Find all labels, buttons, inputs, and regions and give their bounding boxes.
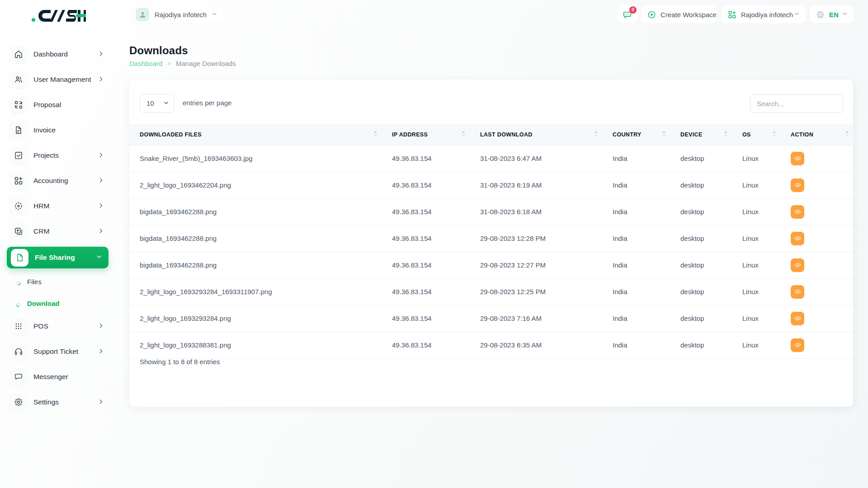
invoice-icon (9, 122, 27, 139)
grid-plus-icon (728, 10, 736, 19)
chevron-down-icon (212, 10, 217, 19)
column-last-download[interactable]: LAST DOWNLOAD (470, 124, 602, 145)
eye-icon (794, 208, 801, 215)
column-ip-address[interactable]: IP ADDRESS (382, 124, 470, 145)
cell-country: India (602, 225, 670, 252)
chevron-right-icon (98, 347, 104, 356)
sidebar-label: Dashboard (33, 50, 68, 58)
create-workspace-button[interactable]: Create Workspace (641, 5, 717, 23)
sidebar-subitem-download[interactable]: Download (0, 294, 115, 312)
view-download-button[interactable] (791, 338, 804, 352)
column-device[interactable]: DEVICE (670, 124, 732, 145)
chevron-right-icon (98, 322, 104, 330)
sidebar-item-settings[interactable]: Settings (5, 392, 110, 412)
sort-icon[interactable] (373, 130, 377, 139)
sidebar-label: Projects (33, 151, 59, 160)
cell-last-download: 31-08-2023 6:18 AM (470, 198, 602, 225)
page-title: Downloads (129, 44, 188, 57)
view-download-button[interactable] (791, 312, 804, 325)
column-country[interactable]: COUNTRY (602, 124, 670, 145)
view-download-button[interactable] (791, 178, 804, 192)
chevron-down-icon (163, 99, 169, 108)
sort-icon[interactable] (724, 130, 728, 139)
sidebar-item-invoice[interactable]: Invoice (5, 120, 110, 140)
copy-plus-icon (9, 223, 27, 240)
eye-icon (794, 262, 801, 268)
grid-plus-icon (9, 172, 27, 190)
column-os[interactable]: OS (732, 124, 780, 145)
gear-icon (9, 394, 27, 411)
breadcrumb: Dashboard > Manage Downloads (129, 60, 236, 67)
sort-icon[interactable] (462, 130, 466, 139)
sidebar-label: User Management (33, 75, 91, 84)
sidebar-item-file-sharing[interactable]: File Sharing (7, 247, 108, 268)
sort-icon[interactable] (594, 130, 598, 139)
chevron-down-icon (96, 253, 102, 262)
view-download-button[interactable] (791, 285, 804, 299)
user-workspace-tile[interactable]: Rajodiya infotech (133, 5, 224, 23)
cell-country: India (602, 198, 670, 225)
workspace-switcher[interactable]: Rajodiya infotech (722, 5, 806, 23)
cell-country: India (602, 252, 670, 278)
chat-notifications-button[interactable]: 0 (617, 5, 638, 23)
cell-last-download: 29-08-2023 7:16 AM (470, 305, 602, 332)
eye-icon (794, 182, 801, 188)
language-switcher[interactable]: EN (810, 5, 854, 23)
table-footer-summary: Showing 1 to 8 of 8 entries (140, 358, 220, 366)
sidebar-item-pos[interactable]: POS (5, 316, 110, 336)
cell-os: Linux (732, 172, 780, 198)
downloads-panel: 10 entries per page DOWNLOADED FILES (129, 80, 853, 407)
sort-icon[interactable] (845, 130, 849, 139)
cell-ip: 49.36.83.154 (382, 225, 470, 252)
sidebar-item-hrm[interactable]: HRM (5, 196, 110, 216)
cell-device: desktop (670, 252, 732, 278)
column-label: DEVICE (680, 131, 703, 138)
cell-device: desktop (670, 305, 732, 332)
table-row: 2_light_logo_1693288381.png 49.36.83.154… (129, 332, 853, 358)
eye-icon (794, 288, 801, 295)
sort-icon[interactable] (772, 130, 776, 139)
sidebar-item-support-ticket[interactable]: Support Ticket (5, 342, 110, 361)
breadcrumb-dashboard-link[interactable]: Dashboard (129, 60, 162, 67)
sidebar-item-user-management[interactable]: User Management (5, 70, 110, 89)
eye-icon (794, 315, 801, 322)
entries-per-page-label: entries per page (183, 99, 231, 107)
chevron-right-icon (98, 151, 104, 160)
chat-unread-badge: 0 (629, 6, 637, 14)
column-downloaded-files[interactable]: DOWNLOADED FILES (129, 124, 382, 145)
view-download-button[interactable] (791, 205, 804, 219)
column-label: ACTION (791, 131, 813, 138)
entries-per-page-select[interactable]: 10 (140, 94, 175, 113)
cell-action (780, 332, 853, 358)
cell-device: desktop (670, 278, 732, 305)
view-download-button[interactable] (791, 232, 804, 245)
search-input[interactable] (750, 94, 843, 113)
column-action[interactable]: ACTION (780, 124, 853, 145)
sidebar-item-crm[interactable]: CRM (5, 221, 110, 241)
language-code-label: EN (829, 11, 839, 19)
sidebar-sublabel: Download (27, 300, 60, 307)
chevron-right-icon (98, 398, 104, 406)
table-row: 2_light_logo_1693293284_1693311907.png 4… (129, 278, 853, 305)
app-logo[interactable] (30, 8, 86, 25)
table-row: 2_light_logo_1693462204.png 49.36.83.154… (129, 172, 853, 198)
column-label: OS (742, 131, 751, 138)
sort-icon[interactable] (662, 130, 666, 139)
cell-action (780, 225, 853, 252)
file-icon (11, 249, 28, 267)
sidebar-item-projects[interactable]: Projects (5, 145, 110, 165)
dash-logo-icon (30, 8, 86, 23)
view-download-button[interactable] (791, 152, 804, 165)
sidebar-item-messenger[interactable]: Messenger (5, 367, 110, 387)
sidebar-label: Messenger (33, 373, 68, 381)
cell-file: Snake_River_(5mb)_1693463603.jpg (129, 145, 382, 172)
sidebar-item-proposal[interactable]: Proposal (5, 95, 110, 115)
sidebar-subitem-files[interactable]: Files (0, 272, 115, 291)
table-row: Snake_River_(5mb)_1693463603.jpg 49.36.8… (129, 145, 853, 172)
cell-os: Linux (732, 225, 780, 252)
column-label: COUNTRY (613, 131, 642, 138)
sidebar-item-accounting[interactable]: Accounting (5, 171, 110, 191)
view-download-button[interactable] (791, 258, 804, 272)
table-toolbar: 10 entries per page (129, 80, 853, 124)
sidebar-item-dashboard[interactable]: Dashboard (5, 44, 110, 64)
